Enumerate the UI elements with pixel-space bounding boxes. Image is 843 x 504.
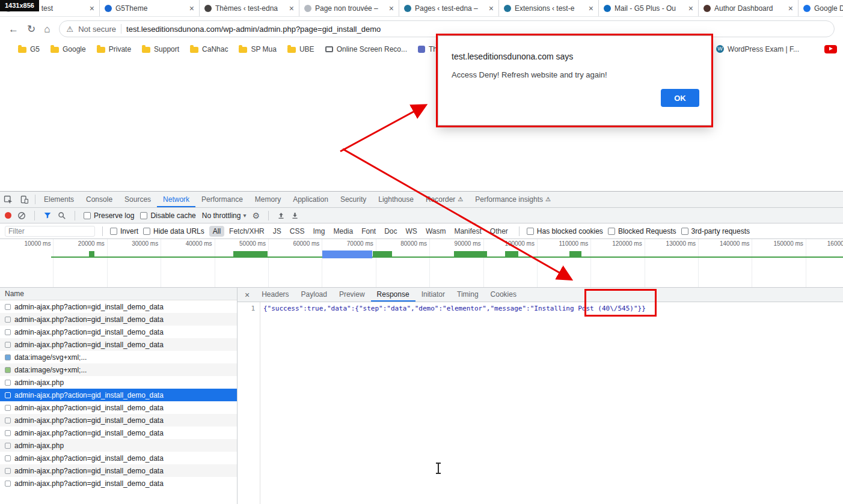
tab-close-icon[interactable]: × xyxy=(189,4,194,13)
filter-type-pill[interactable]: CSS xyxy=(286,226,308,237)
dialog-ok-button[interactable]: OK xyxy=(661,89,699,107)
preserve-log-option[interactable]: Preserve log xyxy=(84,211,134,220)
devtools-tab[interactable]: Network ⚠ xyxy=(157,192,195,207)
home-icon[interactable]: ⌂ xyxy=(44,24,50,34)
blocked-requests-option[interactable]: Blocked Requests xyxy=(608,227,676,235)
browser-tab[interactable]: G5Theme × xyxy=(100,0,200,16)
bookmark-item[interactable]: Google xyxy=(51,45,86,53)
bookmark-item[interactable]: Online Screen Reco... xyxy=(325,45,407,53)
network-conditions-icon[interactable]: ⚙ xyxy=(252,211,260,220)
request-row[interactable]: admin-ajax.php?action=gid_install_demo_d… xyxy=(0,313,237,326)
export-har-icon[interactable] xyxy=(291,211,299,220)
request-row[interactable]: admin-ajax.php?action=gid_install_demo_d… xyxy=(0,427,237,439)
invert-checkbox[interactable] xyxy=(110,228,117,235)
request-row[interactable]: admin-ajax.php xyxy=(0,376,237,389)
filter-type-pill[interactable]: Font xyxy=(358,226,379,237)
hide-data-urls-option[interactable]: Hide data URLs xyxy=(143,227,204,235)
disable-cache-option[interactable]: Disable cache xyxy=(140,211,195,220)
record-icon[interactable] xyxy=(5,212,11,219)
hide-data-urls-checkbox[interactable] xyxy=(143,228,150,235)
browser-tab[interactable]: Thèmes ‹ test-edna × xyxy=(200,0,299,16)
filter-type-pill[interactable]: JS xyxy=(269,226,285,237)
security-label[interactable]: Not secure xyxy=(78,25,116,34)
devtools-tab[interactable]: Console ⚠ xyxy=(80,192,118,207)
devtools-tab[interactable]: Memory ⚠ xyxy=(249,192,287,207)
tab-close-icon[interactable]: × xyxy=(589,4,593,13)
filter-type-pill[interactable]: WS xyxy=(402,226,421,237)
browser-tab[interactable]: Mail - G5 Plus - Ou × xyxy=(599,0,699,16)
tab-close-icon[interactable]: × xyxy=(289,4,294,13)
inspect-element-icon[interactable] xyxy=(3,195,13,205)
request-row[interactable]: admin-ajax.php?action=gid_install_demo_d… xyxy=(0,452,237,464)
bookmark-item[interactable]: Support xyxy=(142,45,179,53)
filter-type-pill[interactable]: Fetch/XHR xyxy=(225,226,268,237)
filter-type-pill[interactable]: All xyxy=(209,226,224,237)
bookmark-item[interactable]: UBE xyxy=(287,45,314,53)
devtools-tab[interactable]: Sources ⚠ xyxy=(118,192,157,207)
request-row[interactable]: admin-ajax.php?action=gid_install_demo_d… xyxy=(0,414,237,427)
back-icon[interactable]: ← xyxy=(8,24,19,34)
filter-type-pill[interactable]: Wasm xyxy=(422,226,450,237)
third-party-requests-checkbox[interactable] xyxy=(681,228,688,235)
has-blocked-cookies-checkbox[interactable] xyxy=(527,228,534,235)
tab-close-icon[interactable]: × xyxy=(90,4,94,13)
filter-type-pill[interactable]: Media xyxy=(330,226,357,237)
detail-tab[interactable]: Response xyxy=(371,288,415,302)
bookmark-item[interactable]: WordPress Exam | F... xyxy=(716,45,799,53)
import-har-icon[interactable] xyxy=(277,211,285,220)
bookmark-item[interactable]: G5 xyxy=(18,45,40,53)
bookmark-item[interactable]: Private xyxy=(97,45,131,53)
browser-tab[interactable]: Author Dashboard × xyxy=(699,0,799,16)
throttling-dropdown[interactable]: No throttling ▾ xyxy=(202,211,247,220)
filter-icon[interactable] xyxy=(43,211,52,219)
detail-tab[interactable]: Initiator xyxy=(415,288,451,302)
filter-type-pill[interactable]: Other xyxy=(486,226,512,237)
devtools-tab[interactable]: Performance ⚠ xyxy=(195,192,249,207)
filter-type-pill[interactable]: Doc xyxy=(381,226,400,237)
browser-tab[interactable]: Google D × xyxy=(799,0,843,16)
network-filter-input[interactable] xyxy=(5,226,95,237)
request-row[interactable]: admin-ajax.php?action=gid_install_demo_d… xyxy=(0,326,237,338)
tab-close-icon[interactable]: × xyxy=(788,4,793,13)
devtools-tab[interactable]: Performance insights ⚠ xyxy=(469,192,557,207)
invert-option[interactable]: Invert xyxy=(110,227,138,235)
blocked-requests-checkbox[interactable] xyxy=(608,228,615,235)
address-bar[interactable]: ⚠ Not secure test.leseditionsdunona.com/… xyxy=(59,20,835,37)
device-toolbar-icon[interactable] xyxy=(19,195,29,205)
devtools-tab[interactable]: Application ⚠ xyxy=(287,192,334,207)
tab-close-icon[interactable]: × xyxy=(688,4,693,13)
request-row[interactable]: admin-ajax.php?action=gid_install_demo_d… xyxy=(0,338,237,351)
reload-icon[interactable]: ↻ xyxy=(27,24,35,34)
network-overview-timeline[interactable]: 10000 ms 20000 ms 30000 ms 40000 ms xyxy=(0,239,843,288)
preserve-log-checkbox[interactable] xyxy=(84,212,91,219)
devtools-tab[interactable]: Recorder ⚠ xyxy=(420,192,469,207)
bookmark-item[interactable]: SP Mua xyxy=(239,45,276,53)
tab-close-icon[interactable]: × xyxy=(489,4,494,13)
request-row[interactable]: data:image/svg+xml;... xyxy=(0,351,237,363)
browser-tab[interactable]: Page non trouvée – × xyxy=(299,0,399,16)
search-icon[interactable] xyxy=(58,211,66,220)
detail-tab[interactable]: Payload xyxy=(295,288,333,302)
has-blocked-cookies-option[interactable]: Has blocked cookies xyxy=(527,227,603,235)
youtube-icon[interactable] xyxy=(824,45,837,53)
devtools-tab[interactable]: Elements ⚠ xyxy=(38,192,80,207)
url-text[interactable]: test.leseditionsdunona.com/wp-admin/admi… xyxy=(126,25,381,34)
bookmark-item[interactable]: CaNhac xyxy=(190,45,228,53)
detail-tab[interactable]: Headers xyxy=(256,288,295,302)
devtools-tab[interactable]: Lighthouse ⚠ xyxy=(372,192,420,207)
browser-tab[interactable]: Extensions ‹ test-e × xyxy=(499,0,599,16)
request-row[interactable]: admin-ajax.php xyxy=(0,439,237,452)
detail-tab[interactable]: Cookies xyxy=(485,288,523,302)
devtools-tab[interactable]: Security ⚠ xyxy=(334,192,372,207)
filter-type-pill[interactable]: Img xyxy=(309,226,328,237)
filter-type-pill[interactable]: Manifest xyxy=(450,226,485,237)
request-row[interactable]: admin-ajax.php?action=gid_install_demo_d… xyxy=(0,389,237,401)
close-detail-icon[interactable]: × xyxy=(245,290,250,300)
request-row[interactable]: admin-ajax.php?action=gid_install_demo_d… xyxy=(0,300,237,313)
third-party-requests-option[interactable]: 3rd-party requests xyxy=(681,227,750,235)
request-row[interactable]: data:image/svg+xml;... xyxy=(0,363,237,376)
tab-close-icon[interactable]: × xyxy=(389,4,394,13)
browser-tab[interactable]: Pages ‹ test-edna – × xyxy=(399,0,499,16)
detail-tab[interactable]: Preview xyxy=(333,288,371,302)
request-row[interactable]: admin-ajax.php?action=gid_install_demo_d… xyxy=(0,477,237,490)
